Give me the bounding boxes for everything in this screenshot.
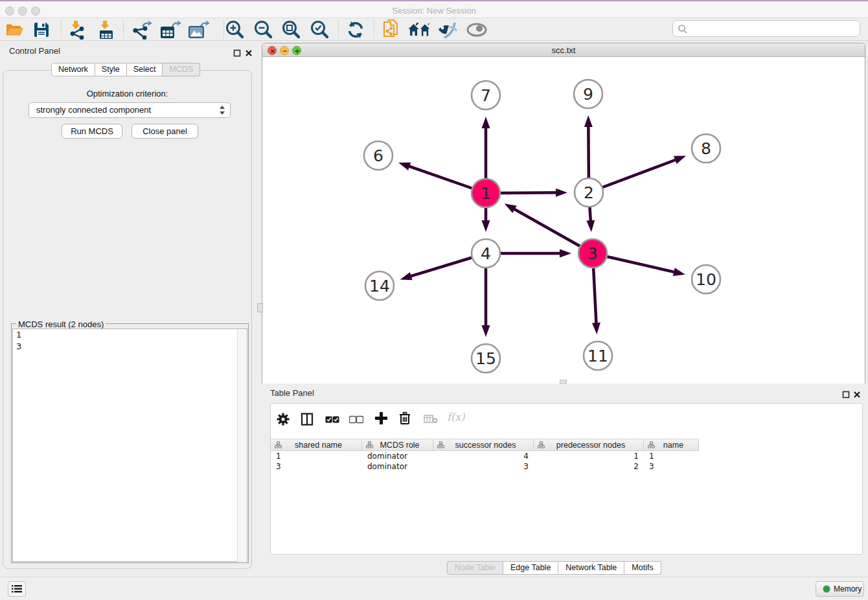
add-row-icon[interactable] [374,411,388,428]
show-all-button[interactable] [408,20,431,40]
delete-row-icon[interactable] [399,411,411,428]
hide-selected-button[interactable] [437,20,460,40]
select-all-icon[interactable] [325,415,339,426]
table-row-1[interactable]: 1dominator411 [271,451,699,461]
zoom-in-button[interactable] [223,20,246,40]
graph-edge-arrowhead [586,220,595,232]
memory-label: Memory [834,584,862,594]
title-bar: Session: New Session [0,1,868,18]
table-row-2[interactable]: 3dominator323 [271,461,699,472]
control-panel-float-icon[interactable] [233,48,241,60]
table-cell[interactable]: 4 [433,451,534,461]
zoom-selected-button[interactable] [308,20,331,40]
zoom-out-button[interactable] [251,20,275,40]
splitter-handle[interactable] [560,380,567,384]
task-history-button[interactable] [8,581,26,597]
network-canvas[interactable]: 1234678910111415 [262,58,865,384]
export-table-button[interactable] [158,20,181,40]
column-header-label: predecessor nodes [545,441,643,450]
column-header-successor-nodes[interactable]: successor nodes [433,439,534,451]
table-cell[interactable]: dominator [362,461,433,472]
graph-node-label: 6 [373,146,383,165]
graph-edge-arrowhead [482,220,490,232]
table-cell[interactable]: 1 [644,451,699,461]
delete-table-icon[interactable] [424,415,438,426]
import-table-button[interactable] [95,20,119,40]
graph-node-label: 4 [481,244,491,263]
table-settings-icon[interactable] [277,413,290,428]
search-input[interactable] [672,20,860,37]
table-panel-tabs: Node Table Edge Table Network Table Moti… [447,561,661,575]
table-cell[interactable]: 3 [644,461,699,472]
network-window-titlebar[interactable]: scc.txt [262,43,865,57]
mcds-scrollbar[interactable] [237,330,246,562]
graph-edge-arrowhead [592,323,600,334]
graph-edge-arrowhead [398,163,411,170]
table-header-row: shared nameMCDS rolesuccessor nodesprede… [271,439,699,451]
tab-network[interactable]: Network [51,63,95,76]
column-header-MCDS-role[interactable]: MCDS role [362,439,433,451]
column-layout-icon[interactable] [301,413,314,428]
column-header-name[interactable]: name [644,439,699,451]
open-file-button[interactable] [3,20,26,40]
column-header-label: name [655,441,698,450]
graph-node-label: 8 [701,139,711,158]
mcds-result-textarea[interactable]: 1 3 [12,329,247,562]
graph-svg: 1234678910111415 [262,58,865,384]
deselect-all-icon[interactable] [349,415,363,426]
criterion-select[interactable]: strongly connected component [29,102,231,118]
table-cell[interactable]: dominator [362,451,433,461]
tab-mcds[interactable]: MCDS [163,63,200,76]
tab-edge-table[interactable]: Edge Table [503,561,558,575]
graph-edge-arrowhead [482,325,490,337]
memory-button[interactable]: Memory [816,581,864,597]
graph-node-label: 1 [481,184,491,203]
apply-layout-button[interactable] [344,20,367,40]
tab-select[interactable]: Select [127,63,163,76]
column-header-predecessor-nodes[interactable]: predecessor nodes [534,439,644,451]
function-builder-icon[interactable]: f(x) [447,411,464,423]
graph-edge-arrowhead [556,189,567,197]
vertical-splitter-handle[interactable] [257,303,263,312]
graph-node-label: 15 [475,349,496,368]
tab-node-table[interactable]: Node Table [447,561,503,575]
save-session-button[interactable] [30,20,53,40]
table-panel-float-icon[interactable] [842,389,850,401]
zoom-fit-button[interactable] [279,20,303,40]
table-cell[interactable]: 1 [534,451,644,461]
graph-node-label: 3 [588,244,598,263]
table-cell[interactable]: 3 [433,461,534,472]
graph-node-label: 9 [583,85,593,104]
close-panel-button[interactable]: Close panel [131,124,198,139]
tab-motifs[interactable]: Motifs [624,561,661,575]
graph-node-label: 7 [481,86,491,105]
table-cell[interactable]: 2 [534,461,644,472]
graph-edge-arrowhead [482,117,490,128]
column-header-label: shared name [282,441,361,450]
graph-node-label: 14 [369,277,390,295]
main-toolbar [0,18,868,41]
mcds-result-line: 1 [13,329,247,341]
import-network-button[interactable] [66,20,89,40]
column-header-label: successor nodes [444,441,533,450]
graph-edge-arrowhead [400,272,413,280]
export-network-button[interactable] [130,20,153,40]
node-table-panel: f(x) shared nameMCDS rolesuccessor nodes… [270,403,863,555]
tab-network-table[interactable]: Network Table [558,561,624,575]
show-graphics-details-button[interactable] [465,20,488,40]
column-header-label: MCDS role [373,441,433,450]
clone-network-button[interactable] [380,20,403,40]
table-cell[interactable]: 3 [271,461,362,472]
export-image-button[interactable] [187,20,210,40]
graph-edge-arrowhead [560,249,571,258]
tab-style[interactable]: Style [95,63,127,76]
column-header-shared-name[interactable]: shared name [271,439,362,451]
graph-edge-arrowhead [673,268,685,276]
table-panel-close-icon[interactable] [853,389,861,401]
table-cell[interactable]: 1 [271,451,362,461]
control-panel-tabs: Network Style Select MCDS [51,63,200,76]
graph-node-label: 2 [584,183,594,202]
table-panel-title: Table Panel [270,388,314,398]
control-panel-close-icon[interactable] [245,48,253,60]
run-mcds-button[interactable]: Run MCDS [62,124,122,139]
